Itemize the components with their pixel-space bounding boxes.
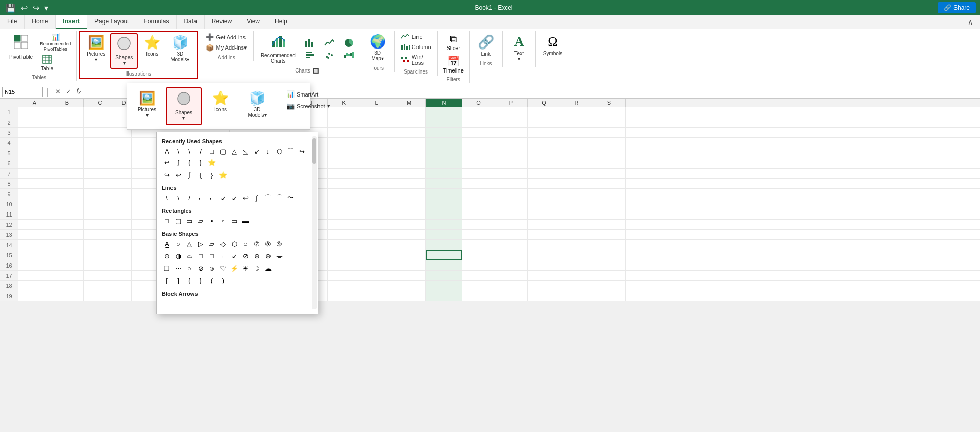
winloss-button[interactable]: Win/Loss [398,53,434,67]
cell-B5[interactable] [51,148,84,158]
customize-qa-button[interactable]: ▾ [43,2,50,14]
cell-C8[interactable] [84,179,116,188]
cell-D11[interactable] [116,209,132,219]
shape-r2e[interactable]: } [207,170,217,180]
bs38[interactable]: ) [218,275,228,285]
cell-N17[interactable] [426,271,462,280]
bs21[interactable]: ⊕ [263,251,273,261]
cell-P1[interactable] [495,107,528,117]
cell-L9[interactable] [360,189,393,199]
cell-K11[interactable] [328,209,360,219]
bar-chart-button[interactable] [301,50,319,61]
cell-M18[interactable] [393,281,426,291]
cell-K12[interactable] [328,220,360,229]
line-s4[interactable]: ⌐ [195,193,206,203]
cell-S4[interactable] [593,138,626,148]
line-sparkline-button[interactable]: Line [398,32,434,41]
bs29[interactable]: ⚡ [229,263,239,273]
row-header[interactable]: 17 [0,271,18,280]
cell-O16[interactable] [462,260,495,270]
cell-Q13[interactable] [528,230,560,239]
cell-S14[interactable] [593,240,626,250]
cell-L17[interactable] [360,271,393,280]
line-s10[interactable]: ⌒ [263,193,273,203]
bs25[interactable]: ○ [184,263,194,273]
cell-R3[interactable] [560,128,593,137]
cell-Q10[interactable] [528,199,560,209]
icons-button[interactable]: ⭐ Icons [139,33,165,59]
cell-R1[interactable] [560,107,593,117]
line-s6[interactable]: ↙ [218,193,228,203]
cell-Q5[interactable] [528,148,560,158]
rect-s8[interactable]: ▬ [240,215,251,226]
cell-K5[interactable] [328,148,360,158]
column-chart-button[interactable] [301,37,319,49]
cell-D6[interactable] [116,158,132,168]
cell-S19[interactable] [593,291,626,301]
timeline-button[interactable]: 📅 Timeline [441,54,466,75]
bs2[interactable]: ○ [173,238,183,249]
bs37[interactable]: ( [207,275,217,285]
rect-s5[interactable]: ▪ [207,215,217,226]
column-sparkline-button[interactable]: Column [398,42,434,52]
cell-L7[interactable] [360,169,393,178]
bs1[interactable]: A̲ [162,238,172,249]
cell-K6[interactable] [328,158,360,168]
cell-O7[interactable] [462,169,495,178]
cell-A7[interactable] [18,169,51,178]
shape-curve-r[interactable]: ↪ [297,146,307,156]
cell-O13[interactable] [462,230,495,239]
shape-line1[interactable]: \ [173,146,183,156]
cell-O15[interactable] [462,250,495,260]
tab-insert[interactable]: Insert [56,15,87,29]
cell-N11[interactable] [426,209,462,219]
shape-line3[interactable]: / [195,146,206,156]
cell-A15[interactable] [18,250,51,260]
shape-r2c[interactable]: ∫ [184,170,194,180]
bs9[interactable]: ⑦ [252,238,262,249]
cell-A12[interactable] [18,220,51,229]
cell-M10[interactable] [393,199,426,209]
shape-triangle[interactable]: △ [229,146,239,156]
cell-L19[interactable] [360,291,393,301]
cell-Q2[interactable] [528,117,560,127]
cell-O8[interactable] [462,179,495,188]
bs26[interactable]: ⊘ [195,263,206,273]
cell-M13[interactable] [393,230,426,239]
cell-L6[interactable] [360,158,393,168]
bs23[interactable]: ❏ [162,263,172,273]
col-header-n[interactable]: N [426,99,462,107]
bs15[interactable]: □ [195,251,206,261]
bs34[interactable]: ] [173,275,183,285]
cell-L13[interactable] [360,230,393,239]
col-header-a[interactable]: A [18,99,51,107]
ribbon-collapse-button[interactable]: ∧ [965,17,976,27]
cell-P5[interactable] [495,148,528,158]
bs22[interactable]: ⌯ [274,251,284,261]
cell-K13[interactable] [328,230,360,239]
cell-R8[interactable] [560,179,593,188]
bs14[interactable]: ⌓ [184,251,194,261]
cell-A10[interactable] [18,199,51,209]
cell-C15[interactable] [84,250,116,260]
bs18[interactable]: ↙ [229,251,239,261]
line-s11[interactable]: ⌒ [274,193,284,203]
cell-O9[interactable] [462,189,495,199]
cell-B10[interactable] [51,199,84,209]
cell-N5[interactable] [426,148,462,158]
cell-R5[interactable] [560,148,593,158]
bs30[interactable]: ☀ [240,263,251,273]
shapes-panel-button[interactable]: Shapes▾ [166,87,202,125]
link-button[interactable]: 🔗 Link [473,32,499,59]
tab-file[interactable]: File [0,15,24,29]
cell-C1[interactable] [84,107,116,117]
cell-C16[interactable] [84,260,116,270]
cell-K7[interactable] [328,169,360,178]
cell-M2[interactable] [393,117,426,127]
cell-N2[interactable] [426,117,462,127]
row-header[interactable]: 12 [0,220,18,229]
cell-P2[interactable] [495,117,528,127]
cell-S18[interactable] [593,281,626,291]
row-header[interactable]: 19 [0,291,18,301]
cell-N9[interactable] [426,189,462,199]
